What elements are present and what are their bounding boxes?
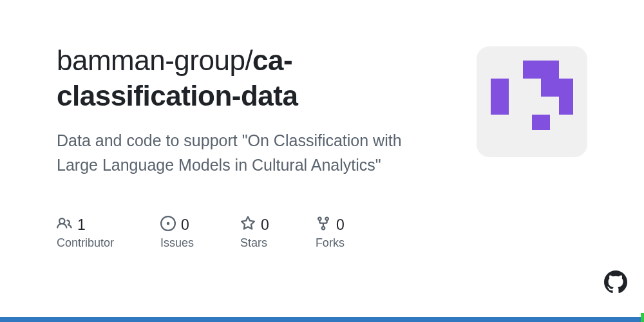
forks-label: Forks: [316, 236, 345, 250]
repo-title[interactable]: bamman-group/ca-classification-data: [57, 43, 443, 113]
repo-description: Data and code to support "On Classificat…: [57, 129, 417, 177]
repo-avatar[interactable]: [477, 46, 587, 157]
issues-icon: [160, 216, 176, 234]
stat-stars[interactable]: 0 Stars: [240, 216, 269, 250]
stat-issues[interactable]: 0 Issues: [160, 216, 194, 250]
contributors-icon: [57, 216, 72, 234]
language-bar: [0, 317, 644, 322]
forks-count: 0: [336, 216, 345, 234]
issues-count: 0: [181, 216, 189, 234]
github-logo-icon[interactable]: [604, 270, 627, 294]
language-bar-segment: [641, 313, 644, 322]
stat-forks[interactable]: 0 Forks: [316, 216, 345, 250]
stars-label: Stars: [240, 236, 269, 250]
repo-stats: 1 Contributor 0 Issues 0: [57, 216, 443, 250]
stat-contributors[interactable]: 1 Contributor: [57, 216, 114, 250]
issues-label: Issues: [160, 236, 194, 250]
stars-count: 0: [261, 216, 269, 234]
repo-owner: bamman-group: [57, 44, 245, 76]
contributors-label: Contributor: [57, 236, 114, 250]
star-icon: [240, 216, 256, 234]
contributors-count: 1: [77, 216, 86, 234]
repo-slash: /: [245, 44, 252, 76]
fork-icon: [316, 216, 331, 234]
